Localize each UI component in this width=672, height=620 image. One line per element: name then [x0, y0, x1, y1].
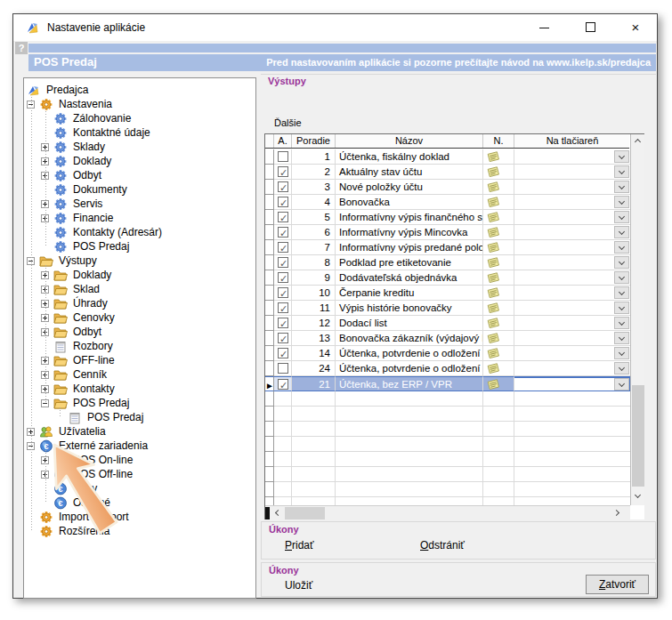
printer-cell[interactable] [514, 331, 631, 346]
tree-item-rozbory[interactable]: Rozbory [24, 339, 255, 353]
printer-cell[interactable] [514, 361, 631, 376]
table-row[interactable]: ✓2Aktuálny stav účtu [265, 165, 629, 180]
printer-cell[interactable] [514, 165, 631, 180]
tree-item-import-export[interactable]: Import / Export [24, 510, 255, 524]
active-checkbox[interactable]: ✓ [278, 181, 288, 192]
active-checkbox[interactable] [278, 363, 288, 374]
row-selector[interactable] [265, 270, 274, 286]
tree-item-pos-predaj[interactable]: POS Predaj [24, 410, 255, 424]
printer-dropdown-button[interactable] [614, 332, 629, 344]
tree-item-kontaktn-daje[interactable]: Kontaktné údaje [24, 125, 255, 140]
printer-dropdown-button[interactable] [614, 302, 629, 314]
minimize-button[interactable] [525, 14, 564, 41]
active-checkbox[interactable]: ✓ [278, 318, 288, 328]
active-checkbox[interactable]: ✓ [278, 302, 288, 313]
table-row[interactable]: ✓12Dodací list [265, 316, 629, 331]
table-row[interactable]: 24Účtenka, potvrdenie o odložení - p [265, 361, 629, 376]
printer-cell[interactable] [514, 346, 631, 361]
printer-cell[interactable] [514, 240, 631, 255]
column-header-2[interactable]: Poradie [292, 134, 336, 148]
tree-item-cenovky[interactable]: Cenovky [24, 310, 255, 325]
active-checkbox[interactable]: ✓ [278, 227, 288, 238]
printer-dropdown-button[interactable] [614, 150, 629, 163]
printer-dropdown-button[interactable] [614, 165, 629, 178]
tree-item-sklad[interactable]: Sklad [24, 282, 255, 296]
row-selector[interactable] [265, 346, 274, 361]
table-row[interactable]: ✓13Bonovačka zákazník (výdajový lís [265, 331, 629, 346]
column-header-5[interactable]: Na tlačiareň [514, 134, 631, 148]
tree-item-roz-renia[interactable]: Rozšírenia [24, 524, 255, 538]
active-checkbox[interactable]: ✓ [278, 272, 288, 283]
active-checkbox[interactable]: ✓ [278, 212, 288, 222]
row-selector[interactable] [265, 301, 274, 316]
printer-cell[interactable] [514, 255, 631, 270]
row-selector[interactable] [265, 286, 274, 301]
vertical-scroll-thumb[interactable] [632, 385, 644, 487]
tree-item-doklady[interactable]: Doklady [24, 268, 255, 282]
tree-item-sklady[interactable]: Sklady [24, 140, 255, 154]
printer-dropdown-button[interactable] [614, 211, 629, 223]
row-selector[interactable] [265, 316, 274, 331]
row-selector[interactable] [265, 180, 274, 195]
tree-item-nastavenia[interactable]: Nastavenia [24, 97, 255, 111]
table-row[interactable]: ✓6Informatívny výpis Mincovka [265, 225, 629, 240]
tree-item-odbyt[interactable]: Odbyt [24, 168, 255, 182]
vertical-scrollbar[interactable] [630, 134, 644, 505]
horizontal-scroll-thumb[interactable] [285, 507, 325, 519]
active-checkbox[interactable]: ✓ [278, 242, 288, 253]
active-checkbox[interactable]: ✓ [278, 348, 288, 358]
printer-dropdown-button[interactable] [614, 241, 629, 254]
help-button[interactable]: ? [15, 42, 28, 54]
tree-item-doklady[interactable]: Doklady [24, 154, 255, 168]
tree-item-pos-predaj[interactable]: POS Predaj [24, 396, 255, 410]
tree-item-financie[interactable]: Financie [24, 211, 255, 225]
printer-dropdown-button[interactable] [614, 181, 629, 193]
printer-dropdown-button[interactable] [614, 271, 629, 284]
save-button[interactable]: Uložiť [285, 579, 312, 592]
scroll-up-icon[interactable] [631, 134, 645, 149]
active-checkbox[interactable] [278, 151, 288, 162]
scroll-right-icon[interactable] [611, 506, 625, 519]
row-selector[interactable] [265, 331, 274, 346]
row-selector[interactable] [265, 210, 274, 225]
table-row[interactable]: ✓3Nové položky účtu [265, 180, 629, 195]
printer-dropdown-button[interactable] [614, 362, 629, 374]
tree-item-off-line[interactable]: OFF-line [24, 353, 255, 367]
active-checkbox[interactable]: ✓ [278, 257, 288, 268]
row-selector[interactable] [265, 225, 274, 240]
row-selector[interactable] [265, 255, 274, 270]
printer-cell[interactable] [514, 376, 631, 391]
horizontal-scrollbar[interactable] [265, 505, 630, 519]
tree-item-pos-predaj[interactable]: POS Predaj [24, 239, 255, 254]
table-row[interactable]: ✓11Výpis histórie bonovačky [265, 301, 629, 316]
active-checkbox[interactable]: ✓ [278, 333, 288, 343]
printer-editor[interactable] [514, 377, 630, 391]
table-row[interactable]: ✓8Podklad pre etiketovanie [265, 255, 629, 270]
maximize-button[interactable] [571, 14, 611, 41]
active-checkbox[interactable]: ✓ [278, 287, 288, 298]
tree-item-v-stupy[interactable]: Výstupy [24, 254, 255, 268]
printer-dropdown-button[interactable] [614, 317, 629, 329]
printer-dropdown-button[interactable] [614, 378, 629, 391]
printer-dropdown-button[interactable] [614, 347, 629, 359]
active-checkbox[interactable]: ✓ [278, 166, 288, 177]
table-row[interactable]: ►✓21Účtenka, bez ERP / VPR [265, 376, 629, 391]
row-selector[interactable]: ► [265, 376, 274, 391]
column-header-3[interactable]: Názov [336, 134, 483, 148]
scroll-left-icon[interactable] [271, 506, 285, 519]
active-checkbox[interactable]: ✓ [278, 379, 288, 390]
active-checkbox[interactable]: ✓ [278, 197, 288, 207]
tree-item-odbyt[interactable]: Odbyt [24, 325, 255, 339]
printer-cell[interactable] [514, 270, 631, 286]
tree-item-servis[interactable]: Servis [24, 197, 255, 211]
table-row[interactable]: ✓5Informatívny výpis finančného sta [265, 210, 629, 225]
printer-cell[interactable] [514, 316, 631, 331]
row-selector[interactable] [265, 149, 274, 165]
table-row[interactable]: ✓7Informatívny výpis predané položk [265, 240, 629, 255]
add-button[interactable]: Pridať [285, 539, 314, 552]
tree-item-z-lohovanie[interactable]: Zálohovanie [24, 111, 255, 125]
table-row[interactable]: ✓4Bonovačka [265, 195, 629, 210]
printer-dropdown-button[interactable] [614, 256, 629, 269]
printer-cell[interactable] [514, 301, 631, 316]
printer-cell[interactable] [514, 195, 631, 210]
